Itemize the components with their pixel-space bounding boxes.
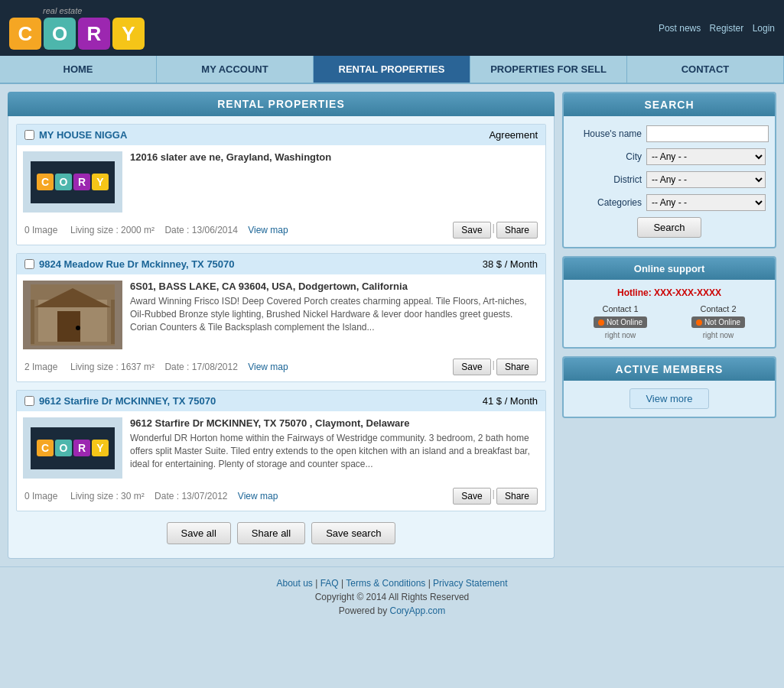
contact-1-label: Contact 1 bbox=[602, 304, 638, 313]
listing-price-2: 38 $ / Month bbox=[483, 258, 538, 270]
save-button-1[interactable]: Save bbox=[453, 222, 490, 239]
members-box: ACTIVE MEMBERS View more bbox=[562, 356, 776, 418]
contact-2-status: Not Online bbox=[691, 316, 745, 328]
footer-privacy[interactable]: Privacy Statement bbox=[433, 578, 507, 589]
share-all-button[interactable]: Share all bbox=[237, 522, 305, 544]
listing-body-3: C O R Y 9612 Starfire Dr MCKINNEY, TX 75… bbox=[17, 411, 545, 485]
right-now-2: right now bbox=[703, 331, 734, 339]
nav-properties-for-sell[interactable]: PROPERTIES FOR SELL bbox=[470, 56, 627, 83]
contact-1-status: Not Online bbox=[594, 316, 647, 328]
brand-top-text: real estate bbox=[43, 6, 82, 15]
nav-my-account[interactable]: MY ACCOUNT bbox=[157, 56, 314, 83]
footer-copyright: Copyright © 2014 All Rights Reserved bbox=[11, 592, 773, 602]
listing-view-map-1[interactable]: View map bbox=[248, 225, 288, 235]
share-button-3[interactable]: Share bbox=[496, 488, 538, 505]
listing-image-2 bbox=[23, 281, 122, 349]
brand-letter-y: Y bbox=[112, 18, 145, 50]
listing-address-3: 9612 Starfire Dr MCKINNEY, TX 75070 , Cl… bbox=[130, 417, 539, 429]
listing-actions-2: Save | Share bbox=[453, 359, 538, 375]
listing-price-3: 41 $ / Month bbox=[483, 395, 538, 407]
listing-info-1: 12016 slater ave ne, Grayland, Washingto… bbox=[130, 151, 539, 213]
footer-faq[interactable]: FAQ bbox=[320, 578, 339, 589]
nav-rental-properties[interactable]: RENTAL PROPERTIES bbox=[314, 56, 470, 83]
header: real estate C O R Y Post news Register L… bbox=[0, 0, 784, 56]
listing-meta-3: 0 Image Living size : 30 m² Date : 13/07… bbox=[24, 491, 278, 501]
contact-2-label: Contact 2 bbox=[700, 304, 736, 313]
support-body: Hotline: XXX-XXX-XXXX Contact 1 Not Onli… bbox=[564, 280, 775, 347]
search-row-categories: Categories -- Any - - bbox=[573, 194, 766, 211]
listing-footer-1: 0 Image Living size : 2000 m² Date : 13/… bbox=[17, 219, 545, 245]
header-links: Post news Register Login bbox=[652, 23, 775, 34]
categories-select[interactable]: -- Any - - bbox=[646, 194, 766, 211]
save-all-button[interactable]: Save all bbox=[167, 522, 231, 544]
listing-living-size-2: Living size : 1637 m² bbox=[70, 362, 155, 372]
nav-contact[interactable]: CONTACT bbox=[627, 56, 784, 83]
city-label: City bbox=[573, 151, 642, 162]
houses-name-input[interactable] bbox=[646, 125, 769, 142]
listing-title-2[interactable]: 9824 Meadow Rue Dr Mckinney, TX 75070 bbox=[39, 258, 235, 270]
main-content: RENTAL PROPERTIES MY HOUSE NIGGA Agreeme… bbox=[0, 84, 784, 566]
listing-image-count-2: 2 Image bbox=[24, 362, 57, 372]
city-select[interactable]: -- Any - - bbox=[646, 148, 766, 165]
register-link[interactable]: Register bbox=[710, 23, 744, 34]
save-button-2[interactable]: Save bbox=[453, 359, 490, 375]
share-button-2[interactable]: Share bbox=[496, 359, 538, 375]
listing-image-count-1: 0 Image bbox=[24, 225, 57, 235]
nav-home[interactable]: HOME bbox=[0, 56, 157, 83]
share-button-1[interactable]: Share bbox=[496, 222, 538, 239]
listing-date-3: Date : 13/07/2012 bbox=[155, 491, 227, 501]
listing-title-1[interactable]: MY HOUSE NIGGA bbox=[39, 129, 127, 141]
mini-logo-1: C O R Y bbox=[31, 161, 115, 203]
listing-address-2: 6S01, BASS LAKE, CA 93604, USA, Dodgerto… bbox=[130, 281, 539, 292]
listing-title-3[interactable]: 9612 Starfire Dr MCKINNEY, TX 75070 bbox=[39, 395, 216, 407]
brand-logo: C O R Y bbox=[9, 18, 145, 50]
listing-address-1: 12016 slater ave ne, Grayland, Washingto… bbox=[130, 151, 539, 163]
search-row-city: City -- Any - - bbox=[573, 148, 766, 165]
svg-rect-5 bbox=[31, 300, 34, 344]
save-button-3[interactable]: Save bbox=[453, 488, 490, 505]
listing-checkbox-1[interactable] bbox=[24, 130, 34, 140]
status-dot-2 bbox=[696, 320, 702, 326]
listing-info-2: 6S01, BASS LAKE, CA 93604, USA, Dodgerto… bbox=[130, 281, 539, 349]
footer-coryapp-link[interactable]: CoryApp.com bbox=[390, 605, 446, 616]
search-box: SEARCH House's name City -- Any - - Dist… bbox=[562, 92, 776, 248]
listing-checkbox-3[interactable] bbox=[24, 396, 34, 406]
post-news-link[interactable]: Post news bbox=[659, 23, 701, 34]
not-online-text-1: Not Online bbox=[607, 318, 642, 326]
listing-footer-3: 0 Image Living size : 30 m² Date : 13/07… bbox=[17, 485, 545, 511]
mini-logo-3: C O R Y bbox=[31, 427, 115, 469]
listing-info-3: 9612 Starfire Dr MCKINNEY, TX 75070 , Cl… bbox=[130, 417, 539, 479]
footer: About us | FAQ | Terms & Conditions | Pr… bbox=[0, 566, 784, 630]
district-select[interactable]: -- Any - - bbox=[646, 171, 766, 188]
footer-links-row: About us | FAQ | Terms & Conditions | Pr… bbox=[11, 578, 773, 589]
rental-properties-title: RENTAL PROPERTIES bbox=[8, 92, 555, 116]
save-search-button[interactable]: Save search bbox=[311, 522, 395, 544]
listing-meta-2: 2 Image Living size : 1637 m² Date : 17/… bbox=[24, 362, 288, 372]
hotline-number: XXX-XXX-XXXX bbox=[654, 287, 721, 298]
listing-desc-2: Award Winning Frisco ISD! Deep Covered P… bbox=[130, 295, 539, 333]
listing-view-map-3[interactable]: View map bbox=[238, 491, 278, 501]
not-online-text-2: Not Online bbox=[704, 318, 740, 326]
footer-terms[interactable]: Terms & Conditions bbox=[346, 578, 425, 589]
svg-point-3 bbox=[76, 326, 80, 330]
listing-image-3: C O R Y bbox=[23, 417, 122, 479]
search-button[interactable]: Search bbox=[637, 217, 701, 238]
members-title: ACTIVE MEMBERS bbox=[564, 358, 775, 381]
listing-view-map-2[interactable]: View map bbox=[248, 362, 288, 372]
footer-about-us[interactable]: About us bbox=[277, 578, 313, 589]
view-more-button[interactable]: View more bbox=[629, 388, 708, 409]
listing-header-3: 9612 Starfire Dr MCKINNEY, TX 75070 41 $… bbox=[17, 391, 545, 411]
left-panel: RENTAL PROPERTIES MY HOUSE NIGGA Agreeme… bbox=[8, 92, 555, 559]
status-dot-1 bbox=[598, 320, 604, 326]
search-btn-row: Search bbox=[573, 217, 766, 238]
svg-rect-6 bbox=[111, 300, 115, 344]
listing-header-1: MY HOUSE NIGGA Agreement bbox=[17, 125, 545, 145]
listing-living-size-3: Living size : 30 m² bbox=[70, 491, 145, 501]
listing-checkbox-2[interactable] bbox=[24, 259, 34, 269]
listing-footer-2: 2 Image Living size : 1637 m² Date : 17/… bbox=[17, 355, 545, 381]
search-body: House's name City -- Any - - District --… bbox=[564, 116, 775, 247]
search-title: SEARCH bbox=[564, 93, 775, 116]
footer-powered-by: Powered by CoryApp.com bbox=[11, 605, 773, 616]
listing-image-count-3: 0 Image bbox=[24, 491, 57, 501]
login-link[interactable]: Login bbox=[753, 23, 775, 34]
